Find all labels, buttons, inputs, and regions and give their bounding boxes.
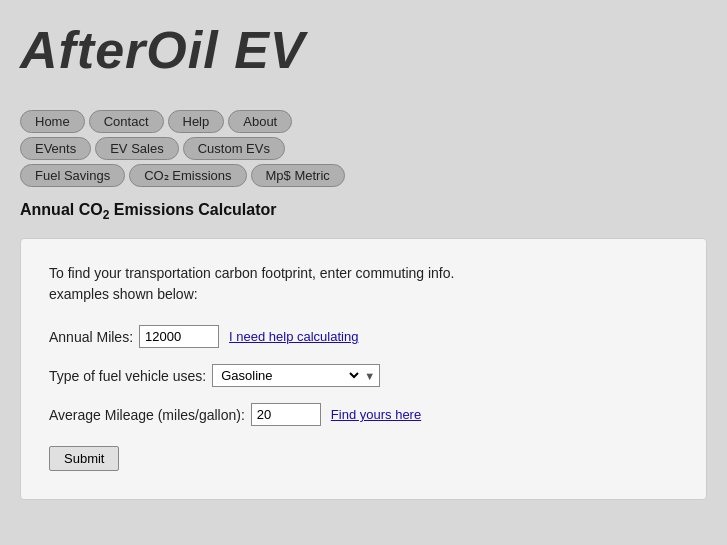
site-title: AfterOil EV (20, 10, 707, 80)
main-card: To find your transportation carbon footp… (20, 238, 707, 500)
annual-miles-input[interactable] (139, 325, 219, 348)
nav-custom-evs[interactable]: Custom EVs (183, 137, 285, 160)
nav-contact[interactable]: Contact (89, 110, 164, 133)
avg-mileage-help-link[interactable]: Find yours here (331, 407, 421, 422)
description: To find your transportation carbon footp… (49, 263, 678, 305)
nav-help[interactable]: Help (168, 110, 225, 133)
page-wrapper: AfterOil EV Home Contact Help About EVen… (0, 0, 727, 545)
submit-row: Submit (49, 442, 678, 471)
nav-row-1: Home Contact Help About (20, 110, 707, 133)
annual-miles-row: Annual Miles: I need help calculating (49, 325, 678, 348)
fuel-type-label: Type of fuel vehicle uses: (49, 368, 206, 384)
dropdown-arrow-icon: ▼ (364, 370, 375, 382)
page-heading: Annual CO2 Emissions Calculator (20, 201, 707, 222)
fuel-type-row: Type of fuel vehicle uses: Gasoline Dies… (49, 364, 678, 387)
nav-row-2: EVents EV Sales Custom EVs (20, 137, 707, 160)
avg-mileage-label: Average Mileage (miles/gallon): (49, 407, 245, 423)
nav-area: Home Contact Help About EVents EV Sales … (20, 110, 707, 187)
nav-row-3: Fuel Savings CO₂ Emissions Mp$ Metric (20, 164, 707, 187)
avg-mileage-input[interactable] (251, 403, 321, 426)
fuel-type-select-wrapper: Gasoline Diesel Electric Hybrid ▼ (212, 364, 380, 387)
nav-about[interactable]: About (228, 110, 292, 133)
nav-fuel-savings[interactable]: Fuel Savings (20, 164, 125, 187)
nav-events[interactable]: EVents (20, 137, 91, 160)
nav-home[interactable]: Home (20, 110, 85, 133)
avg-mileage-row: Average Mileage (miles/gallon): Find you… (49, 403, 678, 426)
annual-miles-label: Annual Miles: (49, 329, 133, 345)
nav-co2-emissions[interactable]: CO₂ Emissions (129, 164, 246, 187)
annual-miles-help-link[interactable]: I need help calculating (229, 329, 358, 344)
fuel-type-select[interactable]: Gasoline Diesel Electric Hybrid (217, 367, 362, 384)
nav-ev-sales[interactable]: EV Sales (95, 137, 178, 160)
submit-button[interactable]: Submit (49, 446, 119, 471)
nav-mps-metric[interactable]: Mp$ Metric (251, 164, 345, 187)
